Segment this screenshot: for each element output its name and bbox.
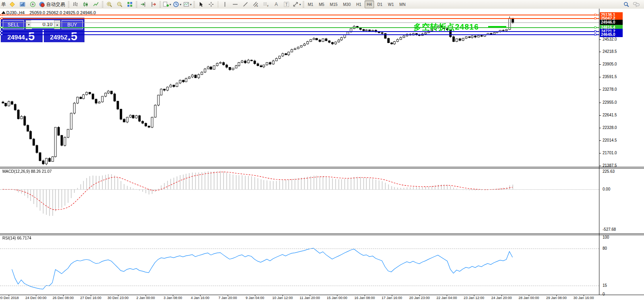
hline-price-flag: 24645.0 — [600, 32, 623, 37]
hline-endpoint-marker[interactable] — [1, 17, 3, 19]
signals-button[interactable] — [28, 0, 38, 8]
tile-windows-button[interactable] — [125, 0, 135, 8]
time-axis-label[interactable]: 20 Dec 2018 — [0, 296, 19, 300]
hline-endpoint-marker[interactable] — [594, 34, 596, 36]
time-axis-label[interactable]: 22 Jan 04:00 — [436, 296, 457, 300]
price-axis-tick[interactable]: 23278.0 — [603, 87, 617, 92]
price-hline[interactable] — [0, 31, 599, 32]
time-axis-label[interactable]: 29 Jan 08:00 — [546, 296, 567, 300]
price-axis-tick[interactable]: 22641.5 — [603, 113, 617, 117]
price-hline[interactable] — [0, 27, 599, 28]
time-axis-label[interactable]: 2 Jan 00:00 — [136, 296, 155, 300]
candlestick-canvas[interactable] — [0, 16, 599, 167]
price-axis-tick-mark — [599, 103, 601, 103]
shapes-button[interactable]: ▾ — [292, 0, 302, 8]
timeframe-h4-button[interactable]: H4 — [365, 0, 374, 8]
price-hline[interactable] — [0, 18, 599, 19]
candlestick-chart-button[interactable] — [80, 0, 91, 8]
price-axis-tick[interactable]: 21387.5 — [603, 163, 617, 168]
bar-chart-button[interactable] — [70, 0, 80, 8]
fibonacci-icon: F — [263, 1, 269, 7]
chat-button[interactable] — [631, 0, 642, 8]
pane-divider[interactable] — [0, 168, 644, 168]
time-axis-label[interactable]: 4 Jan 16:00 — [191, 296, 209, 300]
price-hline[interactable] — [0, 15, 599, 15]
time-axis-label[interactable]: 17 Jan 16:00 — [382, 296, 402, 300]
timeframe-m1-button[interactable]: M1 — [305, 0, 316, 8]
price-hline[interactable] — [0, 34, 599, 35]
price-axis-tick[interactable]: 22955.0 — [603, 100, 617, 105]
market-watch-button[interactable] — [7, 0, 17, 8]
timeframe-m5-button[interactable]: M5 — [316, 0, 327, 8]
time-axis-label[interactable]: 24 Dec 00:00 — [25, 296, 47, 300]
time-axis-label[interactable]: 15 Jan 00:00 — [327, 296, 347, 300]
time-axis-border[interactable] — [0, 295, 644, 295]
periods-button[interactable]: ▾ — [172, 0, 182, 8]
time-axis-label[interactable]: 28 Jan 00:00 — [519, 296, 539, 300]
cursor-button[interactable] — [196, 0, 206, 8]
time-axis-label[interactable]: 30 Jan 16:00 — [573, 296, 594, 300]
crosshair-button[interactable] — [206, 0, 216, 8]
vertical-line-button[interactable] — [220, 0, 230, 8]
time-axis-label[interactable]: 3 Jan 08:00 — [163, 296, 182, 300]
zoom-in-button[interactable] — [104, 0, 114, 8]
time-axis-label[interactable]: 23 Jan 12:00 — [464, 296, 484, 300]
zoom-out-button[interactable] — [114, 0, 125, 8]
price-axis-tick[interactable]: 22014.5 — [603, 138, 617, 142]
time-axis-label[interactable]: 16 Jan 08:00 — [354, 296, 375, 300]
time-axis-label[interactable]: 26 Dec 08:00 — [52, 296, 74, 300]
price-axis-tick[interactable]: 24218.5 — [603, 49, 617, 54]
text-button[interactable]: A — [271, 0, 281, 8]
price-axis-tick[interactable]: 21701.0 — [603, 151, 617, 155]
pane-divider[interactable] — [0, 167, 644, 167]
auto-scroll-button[interactable] — [138, 0, 148, 8]
horizontal-line-button[interactable] — [230, 0, 240, 8]
hline-endpoint-marker[interactable] — [1, 26, 3, 28]
macd-label: MACD(12,26,9) 88.26 21.07 — [2, 169, 52, 174]
time-axis-label[interactable]: 24 Jan 20:00 — [491, 296, 512, 300]
yellow-tag-icon — [9, 1, 15, 7]
macd-canvas[interactable] — [0, 169, 599, 233]
new-chart-button[interactable]: ▾ — [162, 0, 172, 8]
time-axis-label[interactable]: 20 Jan 23:00 — [409, 296, 430, 300]
new-order-button[interactable]: 单 — [0, 1, 7, 8]
line-chart-button[interactable] — [91, 0, 101, 8]
autotrading-button[interactable]: 自动交易 — [38, 0, 67, 8]
hline-endpoint-marker[interactable] — [1, 30, 3, 32]
pane-divider[interactable] — [0, 235, 644, 235]
time-axis-label[interactable]: 10 Jan 12:00 — [272, 296, 293, 300]
price-axis-tick[interactable]: 22328.0 — [603, 125, 617, 130]
templates-button[interactable]: ▾ — [182, 0, 193, 8]
timeframe-m30-button[interactable]: M30 — [341, 0, 353, 8]
time-axis-label[interactable]: 9 Jan 04:00 — [245, 296, 264, 300]
price-axis-tick[interactable]: 24532.0 — [603, 37, 617, 41]
hline-endpoint-marker[interactable] — [594, 14, 596, 16]
price-axis-tick[interactable]: 23905.0 — [603, 62, 617, 66]
trendline-button[interactable] — [240, 0, 251, 8]
hline-endpoint-marker[interactable] — [594, 30, 596, 32]
timeframe-w1-button[interactable]: W1 — [386, 0, 396, 8]
time-axis-label[interactable]: 30 Dec 23:00 — [107, 296, 129, 300]
fibonacci-button[interactable]: F — [261, 0, 271, 8]
timeframe-h1-button[interactable]: H1 — [354, 0, 364, 8]
auto-scroll-icon — [140, 1, 146, 7]
hline-endpoint-marker[interactable] — [594, 26, 596, 28]
hline-endpoint-marker[interactable] — [594, 17, 596, 19]
price-axis-tick[interactable]: 23591.5 — [603, 75, 617, 79]
time-axis-label[interactable]: 11 Jan 20:00 — [300, 296, 320, 300]
time-axis-label[interactable]: 27 Dec 16:00 — [80, 296, 101, 300]
time-axis-label[interactable]: 7 Jan 20:00 — [218, 296, 237, 300]
chart-window-button[interactable] — [17, 0, 28, 8]
svg-text:A: A — [275, 2, 278, 7]
pane-divider[interactable] — [0, 234, 644, 234]
timeframe-m15-button[interactable]: M15 — [328, 0, 340, 8]
hline-endpoint-marker[interactable] — [1, 34, 3, 36]
timeframe-mn-button[interactable]: MN — [397, 0, 408, 8]
search-button[interactable] — [621, 0, 631, 8]
equidistant-channel-button[interactable]: E — [251, 0, 261, 8]
timeframe-d1-button[interactable]: D1 — [375, 0, 385, 8]
text-label-button[interactable]: T — [281, 0, 292, 8]
hline-endpoint-marker[interactable] — [1, 14, 3, 16]
macd-axis-max: 225.63 — [603, 169, 615, 174]
chart-shift-button[interactable] — [148, 0, 159, 8]
